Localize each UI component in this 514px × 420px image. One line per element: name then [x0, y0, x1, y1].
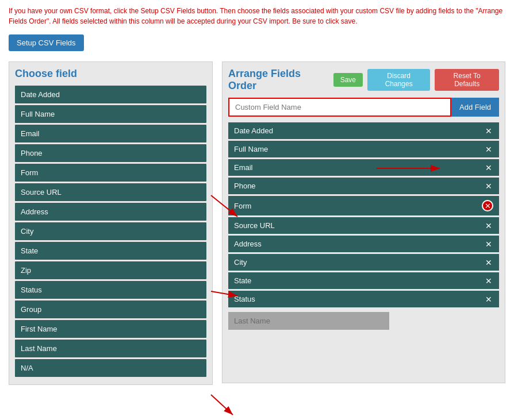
add-field-button[interactable]: Add Field — [451, 98, 499, 117]
reset-to-defaults-button[interactable]: Reset To Defaults — [435, 69, 499, 91]
arrange-field-item[interactable]: Source URL✕ — [228, 217, 499, 234]
arrange-field-label: Source URL — [234, 221, 275, 230]
left-field-item[interactable]: First Name — [15, 320, 206, 338]
discard-changes-button[interactable]: Discard Changes — [367, 69, 430, 91]
remove-field-button[interactable]: ✕ — [484, 164, 493, 172]
arrange-field-label: State — [234, 276, 251, 285]
arrange-field-label: Date Added — [234, 126, 273, 135]
left-field-item[interactable]: Phone — [15, 144, 206, 162]
dragging-preview: Last Name — [228, 312, 389, 330]
remove-field-button[interactable]: ✕ — [484, 182, 493, 190]
left-field-item[interactable]: Email — [15, 125, 206, 142]
remove-field-button[interactable]: ✕ — [482, 200, 493, 211]
left-field-item[interactable]: City — [15, 222, 206, 240]
left-field-item[interactable]: Group — [15, 300, 206, 318]
info-text: If you have your own CSV format, click t… — [9, 6, 505, 26]
fields-list: Date AddedFull NameEmailPhoneFormSource … — [15, 86, 206, 377]
arrange-fields-list: Date Added✕Full Name✕Email✕Phone✕Form✕So… — [228, 122, 499, 307]
left-field-item[interactable]: Form — [15, 164, 206, 182]
left-field-item[interactable]: Status — [15, 281, 206, 299]
arrange-field-label: Address — [234, 240, 262, 248]
arrange-field-label: Email — [234, 163, 253, 172]
remove-field-button[interactable]: ✕ — [484, 222, 493, 230]
arrange-fields-title: Arrange Fields Order — [228, 68, 329, 92]
left-field-item[interactable]: Source URL — [15, 183, 206, 201]
arrange-fields-panel: Arrange Fields Order Save Discard Change… — [222, 61, 505, 383]
arrange-field-label: Form — [234, 202, 251, 210]
arrange-field-item[interactable]: State✕ — [228, 272, 499, 289]
save-button[interactable]: Save — [333, 73, 363, 87]
left-field-item[interactable]: Zip — [15, 261, 206, 279]
arrange-field-label: Status — [234, 295, 255, 303]
arrange-field-label: Full Name — [234, 145, 268, 153]
choose-field-panel: Choose field Date AddedFull NameEmailPho… — [9, 61, 213, 385]
svg-line-3 — [211, 395, 233, 415]
left-field-item[interactable]: Address — [15, 203, 206, 221]
left-field-item[interactable]: Last Name — [15, 340, 206, 357]
left-field-item[interactable]: N/A — [15, 359, 206, 377]
arrange-field-item[interactable]: Address✕ — [228, 236, 499, 252]
arrange-field-label: City — [234, 258, 247, 267]
left-field-item[interactable]: Date Added — [15, 86, 206, 103]
remove-field-button[interactable]: ✕ — [484, 127, 493, 135]
arrange-field-item[interactable]: Email✕ — [228, 159, 499, 176]
arrange-field-item[interactable]: Phone✕ — [228, 178, 499, 194]
arrange-fields-header: Arrange Fields Order Save Discard Change… — [228, 68, 499, 92]
choose-field-title: Choose field — [15, 68, 206, 80]
left-field-item[interactable]: Full Name — [15, 105, 206, 123]
remove-field-button[interactable]: ✕ — [484, 240, 493, 248]
arrange-field-label: Phone — [234, 182, 256, 190]
custom-field-input[interactable] — [228, 98, 451, 117]
arrange-field-item[interactable]: City✕ — [228, 254, 499, 271]
remove-field-button[interactable]: ✕ — [484, 145, 493, 153]
arrange-field-item[interactable]: Form✕ — [228, 196, 499, 215]
arrange-field-item[interactable]: Full Name✕ — [228, 141, 499, 157]
remove-field-button[interactable]: ✕ — [484, 295, 493, 303]
arrange-field-item[interactable]: Date Added✕ — [228, 122, 499, 139]
left-field-item[interactable]: State — [15, 242, 206, 260]
remove-field-button[interactable]: ✕ — [484, 259, 493, 267]
custom-field-row: Add Field — [228, 98, 499, 117]
remove-field-button[interactable]: ✕ — [484, 277, 493, 285]
arrange-field-item[interactable]: Status✕ — [228, 291, 499, 307]
setup-csv-fields-button[interactable]: Setup CSV Fields — [9, 34, 84, 51]
